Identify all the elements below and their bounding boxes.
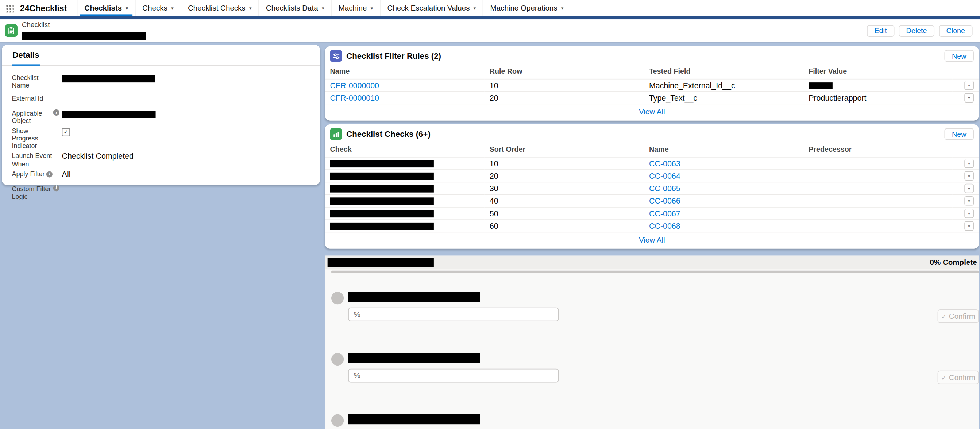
column-header-tested-field[interactable]: Tested Field: [644, 66, 803, 79]
object-label: Checklist: [22, 21, 146, 28]
cell-check: [325, 195, 485, 207]
check-item-circle-icon: [331, 353, 344, 365]
checklist-checks-table: Check Sort Order Name Predecessor 10 CC-…: [325, 144, 979, 232]
column-header-name[interactable]: Name: [325, 66, 485, 79]
new-filter-rule-button[interactable]: New: [944, 50, 974, 62]
redacted-value: [62, 75, 155, 83]
confirm-button[interactable]: ✓Confirm: [938, 309, 979, 323]
cell-actions: ▾: [953, 182, 979, 194]
view-all-link[interactable]: View All: [639, 236, 665, 245]
record-title-block: Checklist: [22, 21, 146, 41]
check-item-title-redacted: [348, 415, 480, 424]
nav-tab-checklist-checks[interactable]: Checklist Checks▾: [180, 0, 258, 16]
filter-rules-table: Name Rule Row Tested Field Filter Value …: [325, 66, 979, 103]
chevron-down-icon[interactable]: ▾: [474, 5, 476, 11]
record-link[interactable]: CC-0066: [649, 197, 681, 205]
details-tabs: Details: [2, 45, 320, 66]
record-link[interactable]: CFR-0000000: [330, 81, 379, 90]
record-link[interactable]: CC-0065: [649, 184, 681, 193]
chevron-down-icon[interactable]: ▾: [126, 5, 128, 11]
delete-button[interactable]: Delete: [899, 25, 934, 37]
nav-tab-machine[interactable]: Machine▾: [331, 0, 380, 16]
cell-rule-row: 10: [485, 79, 644, 92]
record-header: Checklist Edit Delete Clone: [0, 19, 980, 42]
tab-details[interactable]: Details: [12, 50, 40, 65]
cell-predecessor: [803, 170, 952, 182]
column-header-predecessor[interactable]: Predecessor: [803, 144, 952, 157]
column-header-sort-order[interactable]: Sort Order: [485, 144, 644, 157]
field-show-progress-indicator: Show Progress Indicator ✓: [12, 127, 310, 149]
field-value: [62, 110, 156, 124]
column-header-rule-row[interactable]: Rule Row: [485, 66, 644, 79]
table-header-row: Check Sort Order Name Predecessor: [325, 144, 979, 157]
nav-tab-label: Checks: [142, 4, 167, 13]
row-actions-dropdown-button[interactable]: ▾: [964, 221, 974, 230]
check-item-title-redacted: [348, 353, 480, 363]
table-header-row: Name Rule Row Tested Field Filter Value: [325, 66, 979, 79]
record-link[interactable]: CC-0063: [649, 159, 681, 168]
row-actions-dropdown-button[interactable]: ▾: [964, 184, 974, 193]
field-external-id: External Id: [12, 94, 310, 104]
related-list-checklist-checks: Checklist Checks (6+) New Check Sort Ord…: [325, 124, 979, 249]
field-label: Launch Event When: [12, 152, 62, 167]
chevron-down-icon[interactable]: ▾: [322, 5, 324, 11]
percent-input[interactable]: [348, 369, 558, 383]
table-row: CFR-0000000 10 Machine_External_Id__c ▾: [325, 79, 979, 92]
field-label-text: Applicable Object: [12, 110, 42, 124]
record-link[interactable]: CC-0064: [649, 172, 681, 180]
edit-button[interactable]: Edit: [867, 25, 894, 37]
check-item-title-redacted: [348, 292, 480, 302]
record-link[interactable]: CC-0068: [649, 221, 681, 230]
field-apply-filter: Apply Filter i All: [12, 170, 310, 179]
nav-tab-checklists[interactable]: Checklists▾: [77, 0, 135, 16]
info-icon[interactable]: i: [53, 110, 59, 116]
cell-filter-value: [803, 79, 952, 92]
nav-tab-check-escalation-values[interactable]: Check Escalation Values▾: [380, 0, 483, 16]
cell-sort-order: 60: [485, 219, 644, 232]
percent-input[interactable]: [348, 308, 558, 321]
chevron-down-icon[interactable]: ▾: [561, 5, 563, 11]
column-header-check[interactable]: Check: [325, 144, 485, 157]
redacted-value: [330, 160, 434, 168]
cell-sort-order: 20: [485, 170, 644, 182]
check-item-list: ✓Confirm ✓Confirm ✓Confirm: [325, 273, 979, 429]
column-header-name[interactable]: Name: [644, 144, 803, 157]
progress-percent-label: 0% Complete: [930, 258, 977, 267]
field-label: External Id: [12, 94, 62, 104]
row-actions-dropdown-button[interactable]: ▾: [964, 196, 974, 206]
show-progress-checkbox[interactable]: ✓: [62, 129, 70, 137]
table-row: 10 CC-0063 ▾: [325, 157, 979, 170]
nav-tab-label: Machine Operations: [490, 4, 557, 13]
cell-actions: ▾: [953, 157, 979, 170]
confirm-button[interactable]: ✓Confirm: [938, 371, 979, 385]
row-actions-dropdown-button[interactable]: ▾: [964, 93, 974, 103]
column-header-filter-value[interactable]: Filter Value: [803, 66, 952, 79]
cell-predecessor: [803, 157, 952, 170]
row-actions-dropdown-button[interactable]: ▾: [964, 81, 974, 90]
info-icon[interactable]: i: [47, 171, 53, 177]
chevron-down-icon[interactable]: ▾: [249, 5, 251, 11]
nav-tab-checklists-data[interactable]: Checklists Data▾: [258, 0, 331, 16]
row-actions-dropdown-button[interactable]: ▾: [964, 209, 974, 218]
row-actions-dropdown-button[interactable]: ▾: [964, 159, 974, 168]
field-value: All: [62, 170, 71, 179]
app-launcher-button[interactable]: [0, 0, 19, 16]
row-actions-dropdown-button[interactable]: ▾: [964, 171, 974, 181]
field-value: ✓: [62, 127, 70, 149]
new-checklist-check-button[interactable]: New: [944, 128, 974, 140]
app-launcher-grid-icon: [5, 4, 14, 13]
chevron-down-icon[interactable]: ▾: [171, 5, 173, 11]
cell-name: CC-0066: [644, 195, 803, 207]
cell-sort-order: 40: [485, 195, 644, 207]
bar-chart-icon: [332, 130, 340, 138]
chevron-down-icon[interactable]: ▾: [371, 5, 373, 11]
cell-rule-row: 20: [485, 92, 644, 103]
view-all-link[interactable]: View All: [639, 108, 665, 116]
record-link[interactable]: CFR-0000010: [330, 94, 379, 102]
related-list-title: Checklist Filter Rules (2): [346, 51, 441, 60]
nav-tab-machine-operations[interactable]: Machine Operations▾: [483, 0, 570, 16]
clone-button[interactable]: Clone: [939, 25, 973, 37]
nav-tab-checks[interactable]: Checks▾: [135, 0, 181, 16]
info-icon[interactable]: i: [53, 184, 59, 191]
record-link[interactable]: CC-0067: [649, 209, 681, 218]
